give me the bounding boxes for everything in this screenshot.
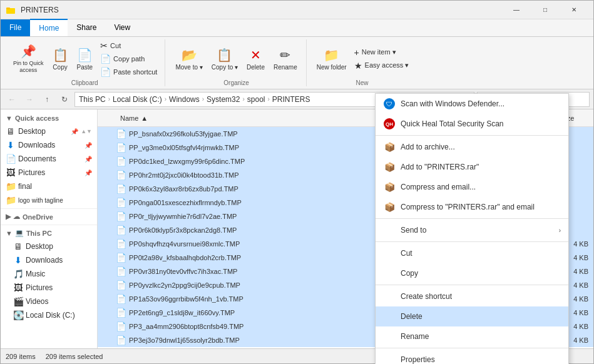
ctx-item-label: Scan with Windows Defender... [401, 99, 561, 108]
chevron-down-icon: ▼ [6, 114, 13, 122]
file-tmp-icon: 📄 [115, 335, 126, 345]
new-item-icon: + [354, 48, 359, 58]
paste-shortcut-button[interactable]: 📄 Paste shortcut [98, 66, 160, 78]
file-tmp-icon: 📄 [115, 211, 126, 221]
sidebar-item-desktop[interactable]: 🖥 Desktop 📌 ▲▼ [1, 124, 97, 138]
tab-share[interactable]: Share [68, 19, 105, 36]
sidebar-item-pictures2[interactable]: 🖼 Pictures [1, 281, 97, 295]
ctx-item-quickheal-scan[interactable]: QHQuick Heal Total Security Scan [376, 114, 568, 134]
breadcrumb-item[interactable]: This PC [79, 95, 106, 104]
ribbon-clipboard-buttons: 📌 Pin to Quickaccess 📋 Copy 📄 Paste ✂ [9, 39, 160, 78]
quick-access-label: Quick access [15, 114, 59, 122]
ctx-item-send-to[interactable]: Send to› [376, 220, 568, 240]
breadcrumb-item[interactable]: Local Disk (C:) [113, 95, 162, 104]
quick-access-section[interactable]: ▼ Quick access [1, 112, 97, 124]
back-button[interactable]: ← [4, 92, 19, 107]
rename-button[interactable]: ✏ Rename [270, 45, 301, 73]
delete-icon: ✕ [250, 48, 261, 63]
ctx-item-properties[interactable]: Properties [376, 350, 568, 364]
ctx-item-label: Delete [401, 312, 561, 321]
copy-path-button[interactable]: 📄 Copy path [98, 53, 160, 65]
pin-icon: 📌 [71, 128, 78, 135]
ctx-item-compress-email[interactable]: 📦Compress and email... [376, 177, 568, 197]
sidebar-item-final[interactable]: 📁 final [1, 179, 97, 193]
cut-button[interactable]: ✂ Cut [98, 39, 160, 52]
downloads-icon: ⬇ [6, 140, 16, 150]
ctx-item-scan-defender[interactable]: 🛡Scan with Windows Defender... [376, 94, 568, 114]
breadcrumb-item[interactable]: System32 [207, 95, 240, 104]
file-tmp-icon: 📄 [115, 280, 126, 290]
file-name: PP3_aa4mm2906btopt8cnfsb49.TMP [129, 323, 407, 330]
titlebar-icons [6, 5, 16, 15]
ctx-item-delete[interactable]: Delete [376, 306, 568, 326]
chevron-down-icon2: ▼ [6, 230, 13, 237]
ctx-item-create-shortcut[interactable]: Create shortcut [376, 286, 568, 306]
empty-icon [383, 353, 396, 364]
copy-icon: 📋 [53, 48, 68, 63]
onedrive-section[interactable]: ▶ ☁ OneDrive [1, 210, 97, 223]
this-pc-section[interactable]: ▼ 💻 This PC [1, 226, 97, 240]
empty-icon [383, 224, 396, 236]
pin-quick-access-button[interactable]: 📌 Pin to Quickaccess [9, 41, 48, 76]
sidebar-item-documents[interactable]: 📄 Documents 📌 [1, 152, 97, 166]
sidebar-item-downloads2[interactable]: ⬇ Downloads [1, 253, 97, 267]
pictures-icon: 🖼 [6, 168, 16, 178]
move-to-button[interactable]: 📂 Move to ▾ [172, 45, 206, 73]
window-title: PRINTERS [21, 6, 59, 14]
copy-button[interactable]: 📋 Copy [49, 45, 72, 73]
ctx-item-add-printers-rar[interactable]: 📦Add to "PRINTERS.rar" [376, 157, 568, 177]
easy-access-button[interactable]: ★ Easy access ▾ [352, 59, 412, 72]
ctx-item-label: Cut [401, 249, 561, 258]
tab-home[interactable]: Home [30, 19, 68, 36]
close-button[interactable]: ✕ [560, 1, 588, 19]
up-button[interactable]: ↑ [39, 92, 54, 107]
ctx-item-add-archive[interactable]: 📦Add to archive... [376, 137, 568, 157]
new-folder-button[interactable]: 📁 New folder [313, 45, 351, 73]
delete-label: Delete [247, 64, 265, 71]
divider [1, 208, 97, 209]
file-tmp-icon: 📄 [115, 308, 126, 318]
ctx-item-rename[interactable]: Rename [376, 326, 568, 346]
sidebar-item-pictures[interactable]: 🖼 Pictures 📌 [1, 166, 97, 179]
pin-icon: 📌 [21, 44, 36, 59]
minimize-button[interactable]: — [502, 1, 531, 19]
file-name: PP0r_tljyjwywmhie7r6dl7v2ae.TMP [129, 213, 407, 220]
col-header-name[interactable]: Name ▲ [115, 109, 412, 126]
delete-button[interactable]: ✕ Delete [243, 45, 269, 73]
ctx-item-cut[interactable]: Cut [376, 243, 568, 263]
refresh-button[interactable]: ↻ [57, 92, 72, 107]
sidebar-item-logo[interactable]: 📁 logo with tagline [1, 193, 97, 207]
tab-view[interactable]: View [105, 19, 139, 36]
tab-file[interactable]: File [1, 19, 30, 36]
sidebar-item-local-disk[interactable]: 💽 Local Disk (C:) [1, 308, 97, 322]
sidebar-item-videos[interactable]: 🎬 Videos [1, 295, 97, 308]
file-tmp-icon: 📄 [115, 253, 126, 263]
breadcrumb-item[interactable]: PRINTERS [272, 95, 310, 104]
breadcrumb-item[interactable]: spool [247, 95, 265, 104]
chevron-right-icon: ▶ [6, 213, 11, 221]
sidebar-item-label: Local Disk (C:) [26, 311, 75, 320]
sidebar-item-music[interactable]: 🎵 Music [1, 267, 97, 281]
new-item-label: New item ▾ [362, 48, 396, 56]
winrar-icon: 📦 [383, 161, 396, 173]
ctx-item-compress-printers-email[interactable]: 📦Compress to "PRINTERS.rar" and email [376, 197, 568, 217]
maximize-button[interactable]: □ [531, 1, 560, 19]
copy-to-label: Copy to ▾ [212, 64, 238, 71]
sidebar-item-label: Videos [26, 297, 48, 306]
sidebar-item-downloads[interactable]: ⬇ Downloads 📌 [1, 138, 97, 152]
ctx-item-copy[interactable]: Copy [376, 263, 568, 283]
sidebar-item-desktop2[interactable]: 🖥 Desktop [1, 240, 97, 253]
file-tmp-icon: 📄 [115, 321, 126, 331]
ctx-item-label: Create shortcut [401, 292, 561, 301]
pin-icon4: 📌 [84, 169, 92, 176]
paste-button[interactable]: 📄 Paste [73, 45, 97, 73]
new-item-button[interactable]: + New item ▾ [352, 46, 412, 59]
sidebar-item-label: Downloads [26, 256, 63, 265]
breadcrumb-item[interactable]: Windows [169, 95, 200, 104]
file-tmp-icon: 📄 [115, 184, 126, 194]
forward-button[interactable]: → [22, 92, 37, 107]
easy-access-label: Easy access ▾ [365, 61, 409, 69]
paste-shortcut-label: Paste shortcut [113, 68, 157, 76]
copy-to-button[interactable]: 📋 Copy to ▾ [208, 45, 242, 73]
empty-icon [383, 290, 396, 303]
